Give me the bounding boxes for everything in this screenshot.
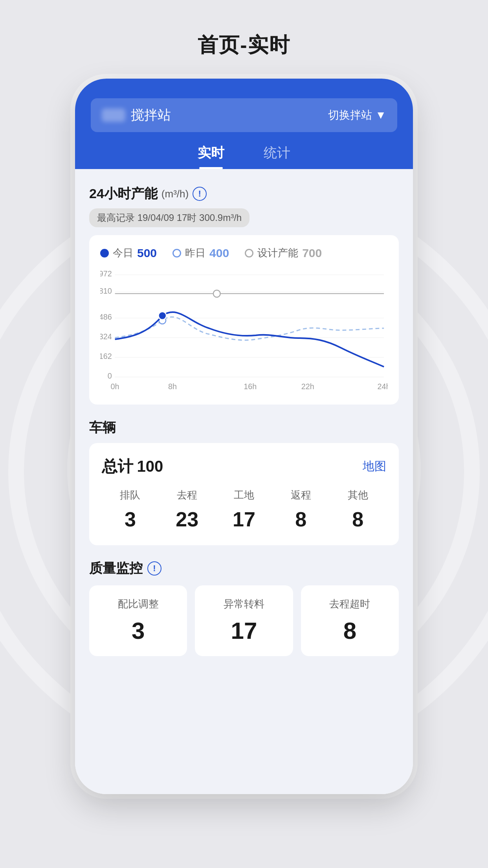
capacity-chart: 972 810 486 324 162 0	[100, 269, 388, 395]
tab-realtime[interactable]: 实时	[198, 144, 224, 169]
quality-card-label: 配比调整	[118, 597, 159, 611]
svg-point-15	[158, 312, 166, 320]
capacity-unit: (m³/h)	[161, 188, 189, 200]
quality-info-icon[interactable]: !	[147, 561, 161, 576]
legend-today: 今日 500	[100, 246, 157, 260]
dropdown-icon: ▼	[375, 109, 386, 121]
svg-text:24h: 24h	[378, 382, 388, 391]
map-link[interactable]: 地图	[363, 458, 386, 474]
phone-header: 搅拌站 切换拌站 ▼ 实时 统计	[75, 79, 413, 169]
tab-bar: 实时 统计	[91, 144, 397, 169]
legend-dot-today	[100, 249, 109, 257]
phone-mockup: 搅拌站 切换拌站 ▼ 实时 统计 24小时产能 (m³/h) !	[75, 79, 413, 794]
svg-text:810: 810	[100, 287, 112, 295]
vehicle-col: 其他 8	[329, 488, 386, 531]
quality-card: 异常转料 17	[195, 585, 293, 656]
vehicle-col: 返程 8	[272, 488, 329, 531]
svg-text:22h: 22h	[301, 382, 314, 391]
quality-title: 质量监控	[89, 559, 143, 577]
quality-card-label: 去程超时	[329, 597, 370, 611]
vehicles-title: 车辆	[89, 419, 399, 437]
chart-legend: 今日 500 昨日 400 设计产能 700	[100, 246, 388, 260]
svg-text:162: 162	[100, 352, 112, 360]
vehicles-header: 总计 100 地图	[102, 456, 386, 477]
station-bar: 搅拌站 切换拌站 ▼	[91, 98, 397, 132]
tab-statistics[interactable]: 统计	[264, 144, 290, 169]
vehicle-label: 去程	[177, 488, 197, 502]
vehicles-total: 总计 100	[102, 456, 163, 477]
quality-card: 去程超时 8	[301, 585, 399, 656]
svg-text:0h: 0h	[111, 382, 119, 391]
legend-dot-design	[245, 249, 253, 257]
quality-grid: 配比调整 3 异常转料 17 去程超时 8	[89, 585, 399, 656]
vehicles-card: 总计 100 地图 排队 3 去程 23 工地 17 返程 8 其他 8	[89, 443, 399, 545]
quality-card-value: 3	[132, 617, 145, 644]
vehicle-value: 8	[295, 508, 306, 531]
vehicle-value: 3	[125, 508, 136, 531]
quality-card-value: 8	[343, 617, 356, 644]
quality-section: 质量监控 ! 配比调整 3 异常转料 17 去程超时 8	[89, 559, 399, 656]
capacity-title: 24小时产能	[89, 185, 158, 203]
vehicle-col: 去程 23	[159, 488, 216, 531]
quality-card: 配比调整 3	[89, 585, 187, 656]
station-name: 搅拌站	[102, 106, 171, 124]
legend-design: 设计产能 700	[245, 246, 322, 260]
vehicle-label: 排队	[120, 488, 140, 502]
vehicle-value: 8	[352, 508, 363, 531]
vehicles-section: 车辆 总计 100 地图 排队 3 去程 23 工地 17 返程 8	[89, 419, 399, 545]
legend-dot-yesterday	[172, 249, 181, 257]
station-logo-blur	[102, 108, 125, 122]
capacity-info-icon[interactable]: !	[193, 187, 207, 201]
svg-text:16h: 16h	[244, 382, 257, 391]
page-title: 首页-实时	[198, 31, 290, 59]
vehicle-label: 工地	[234, 488, 254, 502]
svg-text:0: 0	[108, 371, 112, 380]
chart-svg: 972 810 486 324 162 0	[100, 269, 388, 395]
capacity-title-row: 24小时产能 (m³/h) !	[89, 185, 399, 203]
capacity-section: 24小时产能 (m³/h) ! 最高记录 19/04/09 17时 300.9m…	[89, 185, 399, 405]
svg-text:486: 486	[100, 313, 112, 321]
vehicle-label: 其他	[348, 488, 368, 502]
vehicle-col: 排队 3	[102, 488, 159, 531]
quality-card-value: 17	[231, 617, 257, 644]
svg-text:324: 324	[100, 332, 112, 341]
legend-yesterday: 昨日 400	[172, 246, 229, 260]
record-badge: 最高记录 19/04/09 17时 300.9m³/h	[89, 208, 250, 227]
vehicle-value: 17	[233, 508, 255, 531]
capacity-chart-card: 今日 500 昨日 400 设计产能 700	[89, 235, 399, 405]
svg-text:8h: 8h	[168, 382, 177, 391]
vehicle-label: 返程	[291, 488, 311, 502]
vehicle-value: 23	[176, 508, 198, 531]
vehicle-col: 工地 17	[216, 488, 273, 531]
quality-card-label: 异常转料	[224, 597, 264, 611]
switch-station-button[interactable]: 切换拌站 ▼	[328, 108, 386, 123]
phone-content: 24小时产能 (m³/h) ! 最高记录 19/04/09 17时 300.9m…	[75, 169, 413, 794]
vehicles-grid: 排队 3 去程 23 工地 17 返程 8 其他 8	[102, 488, 386, 531]
svg-text:972: 972	[100, 269, 112, 278]
svg-point-13	[213, 290, 220, 297]
